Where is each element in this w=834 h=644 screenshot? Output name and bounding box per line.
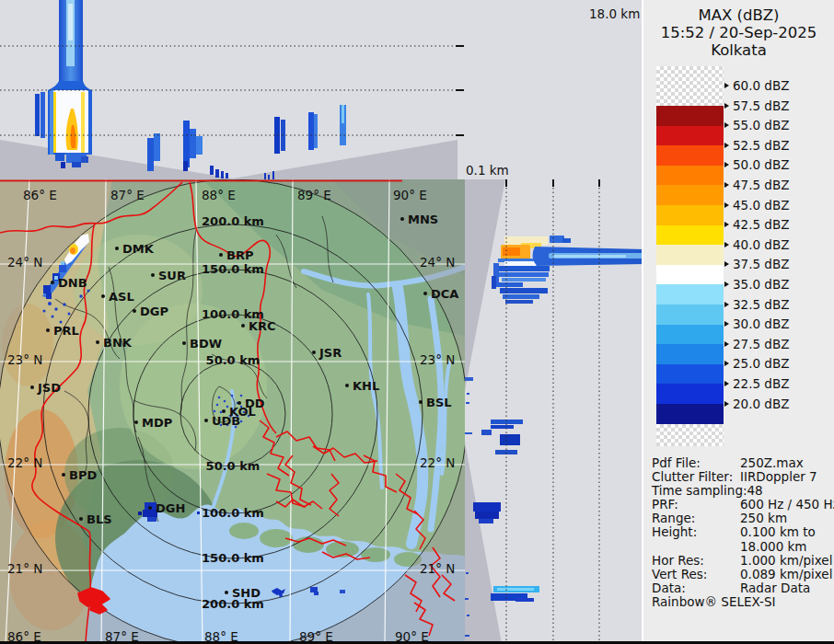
range-ring-label: 150.0 km bbox=[202, 262, 264, 276]
scale-tick-arrow-icon bbox=[724, 321, 729, 327]
lat-label-left: 22° N bbox=[7, 455, 42, 470]
scale-label-text: 20.0 dBZ bbox=[733, 397, 789, 411]
city-dot-ASL bbox=[101, 294, 105, 298]
colorbar-color-band bbox=[656, 265, 724, 285]
metadata-label: Range: bbox=[652, 512, 740, 525]
lat-label-left: 23° N bbox=[7, 352, 42, 367]
city-label-BPD: BPD bbox=[69, 468, 97, 482]
scale-label: 40.0 dBZ bbox=[724, 237, 789, 252]
city-label-JSR: JSR bbox=[319, 346, 342, 360]
city-label-PRL: PRL bbox=[53, 324, 79, 338]
metadata-label: Time sampling: bbox=[652, 484, 747, 498]
lon-label-top: 88° E bbox=[202, 188, 236, 202]
metadata-label: Vert Res: bbox=[652, 568, 740, 581]
map-panel[interactable]: 86° E86° E87° E87° E88° E88° E89° E89° E… bbox=[0, 179, 468, 644]
city-dot-KOL bbox=[222, 409, 226, 413]
metadata-value: Radar Data bbox=[740, 581, 810, 595]
colorbar-checker-band bbox=[656, 66, 724, 106]
colorbar-color-band bbox=[656, 404, 724, 424]
top-projection-panel[interactable] bbox=[0, 0, 464, 179]
lon-label-top: 90° E bbox=[393, 188, 427, 202]
scale-label-text: 30.0 dBZ bbox=[733, 316, 789, 331]
colorbar-checker-band bbox=[656, 424, 724, 446]
radar-site-name: Kolkata bbox=[643, 41, 834, 59]
scale-label-text: 47.5 dBZ bbox=[733, 178, 789, 192]
metadata-label: Height: bbox=[652, 525, 740, 539]
city-label-DCA: DCA bbox=[431, 287, 458, 301]
side-projection-echoes bbox=[465, 236, 644, 637]
metadata-row: Data:Radar Data bbox=[652, 581, 834, 595]
scale-label: 35.0 dBZ bbox=[724, 277, 789, 292]
city-dot-SUR bbox=[151, 273, 155, 277]
scale-label: 20.0 dBZ bbox=[724, 397, 789, 411]
legend-title: MAX (dBZ) 15:52 / 20-Sep-2025 Kolkata bbox=[643, 6, 834, 59]
scale-label-text: 27.5 dBZ bbox=[733, 337, 789, 351]
scale-tick-arrow-icon bbox=[724, 341, 729, 347]
scale-tick-arrow-icon bbox=[724, 302, 729, 307]
city-dot-KHL bbox=[345, 384, 349, 387]
scale-label-text: 37.5 dBZ bbox=[733, 257, 789, 271]
lon-label-top: 89° E bbox=[297, 188, 331, 202]
city-label-SUR: SUR bbox=[158, 269, 186, 282]
lat-label-right: 23° N bbox=[420, 352, 455, 367]
scale-label: 42.5 dBZ bbox=[724, 217, 789, 232]
scale-label-text: 22.5 dBZ bbox=[733, 376, 789, 391]
scale-label-text: 25.0 dBZ bbox=[733, 356, 789, 371]
scale-label-text: 40.0 dBZ bbox=[733, 237, 789, 252]
metadata-label: PRF: bbox=[652, 498, 740, 512]
blind-zone-wedge-bottom bbox=[465, 442, 502, 644]
scale-label: 27.5 dBZ bbox=[724, 337, 789, 351]
scale-label: 50.0 dBZ bbox=[724, 157, 789, 172]
city-label-ASL: ASL bbox=[109, 290, 134, 304]
scale-tick-arrow-icon bbox=[724, 182, 729, 188]
metadata-row: Time sampling:48 bbox=[652, 484, 834, 498]
range-ring-label: 50.0 km bbox=[206, 353, 261, 367]
metadata-label: Clutter Filter: bbox=[652, 470, 740, 484]
city-dot-PRL bbox=[46, 328, 50, 332]
metadata-row: Range:250 km bbox=[652, 512, 834, 525]
scale-tick-arrow-icon bbox=[724, 202, 729, 208]
colorbar-color-band bbox=[656, 106, 724, 126]
scale-label-text: 35.0 dBZ bbox=[733, 277, 789, 292]
city-label-BRP: BRP bbox=[226, 248, 253, 262]
lat-label-left: 21° N bbox=[7, 561, 42, 576]
scale-label-text: 50.0 dBZ bbox=[733, 157, 789, 172]
city-label-BNK: BNK bbox=[103, 336, 133, 350]
city-dot-JSD bbox=[30, 385, 34, 389]
metadata-value: 1.000 km/pixel bbox=[740, 553, 832, 568]
lat-label-right: 24° N bbox=[420, 255, 455, 270]
range-ring-label: 50.0 km bbox=[206, 459, 261, 473]
reflectivity-colorbar bbox=[656, 66, 724, 446]
city-label-JSD: JSD bbox=[37, 381, 61, 395]
metadata-row: Pdf File:250Z.max bbox=[652, 456, 834, 470]
scale-label: 37.5 dBZ bbox=[724, 257, 789, 271]
metadata-label: Data: bbox=[652, 581, 740, 595]
city-dot-DGH bbox=[148, 506, 152, 510]
metadata-row: Hor Res:1.000 km/pixel bbox=[652, 554, 834, 568]
radar-app-window: 86° E86° E87° E87° E88° E88° E89° E89° E… bbox=[0, 0, 834, 644]
city-dot-JSR bbox=[312, 351, 316, 354]
city-dot-BRP bbox=[219, 253, 223, 257]
city-dot-BSL bbox=[419, 400, 423, 404]
scale-label-text: 45.0 dBZ bbox=[733, 198, 789, 213]
colorbar-color-band bbox=[656, 225, 724, 246]
metadata-row: 18.000 km bbox=[652, 540, 834, 554]
scale-label-text: 55.0 dBZ bbox=[733, 118, 789, 132]
metadata-label: Pdf File: bbox=[652, 456, 740, 470]
lat-label-right: 21° N bbox=[420, 561, 455, 576]
city-label-SHD: SHD bbox=[232, 586, 261, 600]
product-name: MAX (dBZ) bbox=[643, 6, 834, 24]
range-ring-label: 150.0 km bbox=[202, 551, 264, 565]
top-panel-max-height-label: 18.0 km bbox=[589, 6, 640, 21]
side-projection-panel[interactable] bbox=[465, 179, 644, 644]
legend-panel: MAX (dBZ) 15:52 / 20-Sep-2025 Kolkata 60… bbox=[642, 0, 834, 644]
product-metadata: Pdf File:250Z.maxClutter Filter:IIRDoppl… bbox=[652, 456, 834, 595]
colorbar-color-band bbox=[656, 364, 724, 385]
metadata-row: Clutter Filter:IIRDoppler 7 bbox=[652, 470, 834, 484]
side-panel-min-height-label: 0.1 km bbox=[466, 163, 509, 178]
scale-tick-arrow-icon bbox=[724, 401, 729, 407]
city-label-MNS: MNS bbox=[408, 213, 438, 226]
metadata-value: 0.100 km to bbox=[740, 524, 816, 539]
metadata-value: 250 km bbox=[740, 511, 787, 525]
scale-label: 22.5 dBZ bbox=[724, 376, 789, 391]
